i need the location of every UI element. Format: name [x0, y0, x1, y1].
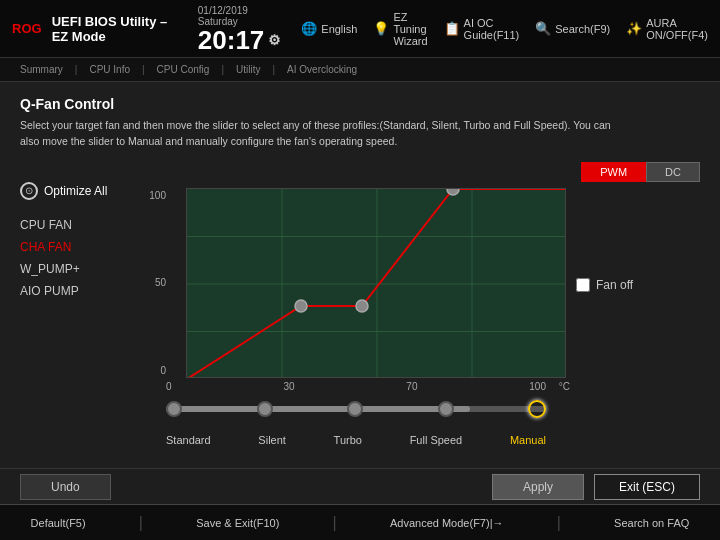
- wizard-icon: 💡: [373, 21, 389, 36]
- footer-save-exit[interactable]: Save & Exit(F10): [188, 517, 287, 529]
- header-nav: 🌐 English 💡 EZ Tuning Wizard 📋 AI OC Gui…: [301, 11, 708, 47]
- subnav-ai-overclocking[interactable]: AI Overclocking: [277, 62, 367, 77]
- fan-item-cha[interactable]: CHA FAN: [20, 236, 130, 258]
- slider-dot-manual[interactable]: [528, 400, 546, 418]
- rog-logo: ROG: [12, 21, 42, 36]
- x-label-100: 100: [529, 381, 546, 392]
- slider-dot-fullspeed[interactable]: [438, 401, 454, 417]
- subnav-cpu-config[interactable]: CPU Config: [147, 62, 220, 77]
- slider-label-manual: Manual: [510, 434, 546, 446]
- footer-default[interactable]: Default(F5): [23, 517, 94, 529]
- subnav-cpu-info[interactable]: CPU Info: [79, 62, 140, 77]
- slider-label-standard: Standard: [166, 434, 211, 446]
- aura-icon: ✨: [626, 21, 642, 36]
- footer: Default(F5) | Save & Exit(F10) | Advance…: [0, 504, 720, 540]
- header: ROG UEFI BIOS Utility – EZ Mode 01/12/20…: [0, 0, 720, 58]
- fan-list: ⊙ Optimize All CPU FAN CHA FAN W_PUMP+ A…: [20, 162, 130, 446]
- main-content: Q-Fan Control Select your target fan and…: [0, 82, 720, 468]
- slider-area: Standard Silent Turbo Full Speed Manual: [166, 406, 546, 446]
- fan-chart[interactable]: [186, 188, 566, 378]
- y-label-0: 0: [160, 365, 166, 376]
- y-label-100: 100: [149, 190, 166, 201]
- svg-point-8: [356, 300, 368, 312]
- bottom-buttons: Undo Apply Exit (ESC): [0, 468, 720, 504]
- time-display: 20:17⚙: [198, 27, 282, 53]
- settings-icon[interactable]: ⚙: [268, 33, 281, 47]
- fan-off-area: Fan off: [576, 278, 633, 292]
- slider-dot-silent[interactable]: [257, 401, 273, 417]
- apply-button[interactable]: Apply: [492, 474, 584, 500]
- footer-advanced-mode[interactable]: Advanced Mode(F7)|→: [382, 517, 512, 529]
- nav-language[interactable]: 🌐 English: [301, 21, 357, 36]
- x-label-30: 30: [283, 381, 294, 392]
- optimize-all-button[interactable]: ⊙ Optimize All: [20, 182, 130, 200]
- x-label-70: 70: [406, 381, 417, 392]
- section-desc: Select your target fan and then move the…: [20, 118, 620, 150]
- bios-title: UEFI BIOS Utility – EZ Mode: [52, 14, 178, 44]
- fan-off-label: Fan off: [596, 278, 633, 292]
- exit-button[interactable]: Exit (ESC): [594, 474, 700, 500]
- date-display: 01/12/2019 Saturday: [198, 5, 282, 27]
- y-label-50: 50: [155, 277, 166, 288]
- slider-label-silent: Silent: [258, 434, 286, 446]
- slider-dot-standard[interactable]: [166, 401, 182, 417]
- language-icon: 🌐: [301, 21, 317, 36]
- fan-off-checkbox[interactable]: [576, 278, 590, 292]
- slider-dots: [166, 401, 546, 418]
- guide-icon: 📋: [444, 21, 460, 36]
- dc-mode-button[interactable]: DC: [646, 162, 700, 182]
- chart-area: PWM DC 100 50 0: [146, 162, 700, 446]
- x-unit: °C: [559, 381, 570, 392]
- svg-point-7: [295, 300, 307, 312]
- mode-buttons: PWM DC: [146, 162, 700, 182]
- footer-search-faq[interactable]: Search on FAQ: [606, 517, 697, 529]
- x-label-0: 0: [166, 381, 172, 392]
- fan-item-cpu[interactable]: CPU FAN: [20, 214, 130, 236]
- nav-search[interactable]: 🔍 Search(F9): [535, 21, 610, 36]
- optimize-icon: ⊙: [20, 182, 38, 200]
- slider-labels: Standard Silent Turbo Full Speed Manual: [166, 434, 546, 446]
- fan-control-area: ⊙ Optimize All CPU FAN CHA FAN W_PUMP+ A…: [20, 162, 700, 446]
- nav-ai-oc-guide[interactable]: 📋 AI OC Guide(F11): [444, 17, 520, 41]
- subnav: Summary | CPU Info | CPU Config | Utilit…: [0, 58, 720, 82]
- svg-point-9: [447, 189, 459, 195]
- slider-label-fullspeed: Full Speed: [410, 434, 463, 446]
- undo-button[interactable]: Undo: [20, 474, 111, 500]
- slider-label-turbo: Turbo: [334, 434, 362, 446]
- subnav-summary[interactable]: Summary: [10, 62, 73, 77]
- section-title: Q-Fan Control: [20, 96, 700, 112]
- fan-item-wpump[interactable]: W_PUMP+: [20, 258, 130, 280]
- search-icon: 🔍: [535, 21, 551, 36]
- fan-item-aio-pump[interactable]: AIO PUMP: [20, 280, 130, 302]
- nav-ez-tuning[interactable]: 💡 EZ Tuning Wizard: [373, 11, 427, 47]
- subnav-utility[interactable]: Utility: [226, 62, 270, 77]
- pwm-mode-button[interactable]: PWM: [581, 162, 646, 182]
- slider-dot-turbo[interactable]: [347, 401, 363, 417]
- nav-aura[interactable]: ✨ AURA ON/OFF(F4): [626, 17, 708, 41]
- time-section: 01/12/2019 Saturday 20:17⚙: [198, 5, 282, 53]
- svg-rect-0: [187, 189, 565, 377]
